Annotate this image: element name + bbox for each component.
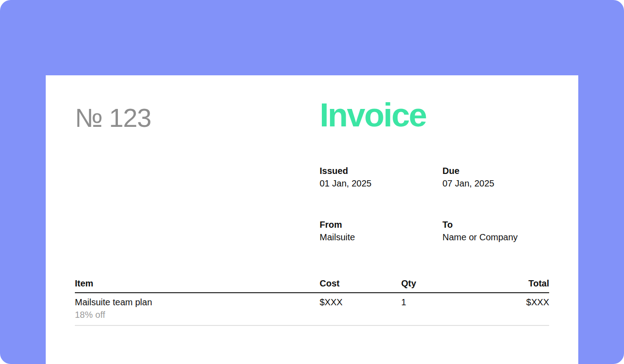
total-cell: $XXX	[526, 296, 549, 321]
from-name: Mailsuite	[320, 231, 442, 243]
column-header-qty: Qty	[401, 277, 529, 290]
issued-group: Issued 01 Jan, 2025	[320, 165, 442, 190]
from-group: From Mailsuite	[320, 218, 442, 243]
table-header-row: Item Cost Qty Total	[75, 277, 549, 293]
invoice-title: Invoice	[320, 97, 426, 133]
column-header-item: Item	[75, 277, 320, 290]
cost-cell: $XXX	[320, 296, 401, 321]
to-label: To	[442, 218, 565, 231]
qty-cell: 1	[401, 296, 526, 321]
item-discount-note: 18% off	[75, 308, 320, 321]
issued-label: Issued	[320, 165, 442, 177]
invoice-dates-row: Issued 01 Jan, 2025 Due 07 Jan, 2025	[320, 165, 571, 190]
due-label: Due	[442, 165, 565, 177]
item-name: Mailsuite team plan	[75, 296, 320, 308]
column-header-cost: Cost	[320, 277, 401, 290]
column-header-total: Total	[529, 277, 549, 290]
from-label: From	[320, 218, 442, 231]
table-row: Mailsuite team plan 18% off $XXX 1 $XXX	[75, 293, 549, 326]
invoice-parties-row: From Mailsuite To Name or Company	[320, 218, 571, 243]
issued-date: 01 Jan, 2025	[320, 177, 442, 190]
to-group: To Name or Company	[442, 218, 565, 243]
to-name: Name or Company	[442, 231, 565, 243]
line-items-table: Item Cost Qty Total Mailsuite team plan …	[75, 277, 549, 326]
invoice-number: № 123	[75, 104, 151, 132]
item-cell: Mailsuite team plan 18% off	[75, 296, 320, 321]
due-group: Due 07 Jan, 2025	[442, 165, 565, 190]
due-date: 07 Jan, 2025	[442, 177, 565, 190]
invoice-card: № 123 Invoice Issued 01 Jan, 2025 Due 07…	[46, 75, 578, 364]
